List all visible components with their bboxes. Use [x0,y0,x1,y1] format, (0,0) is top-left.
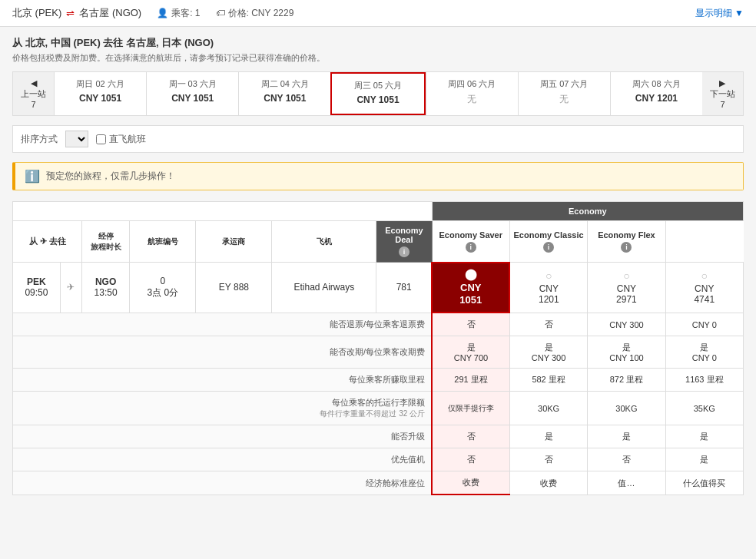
fare-class-economy-saver: Economy Saver i [432,221,509,263]
next-arrow-icon: ▶ [719,78,725,88]
date-price-3: CNY 1051 [337,94,419,105]
detail-val-refund-deal: 否 [432,313,509,336]
detail-label-baggage: 每位乘客的托运行李限额 每件行李重量不得超过 32 公斤 [13,392,433,425]
col-flight-header: 航班编号 [129,221,196,263]
results-table-wrapper: Economy 从 ✈ 去往 经停旅程时长 航班编号 承运商 飞机 Econom… [12,201,744,495]
price-info: 🏷 价格: CNY 2229 [216,7,294,20]
date-cell-2[interactable]: 周二 04 六月 CNY 1051 [238,72,330,115]
fare-class-economy-deal: Economy Deal i [376,221,432,263]
detail-val-upgrade-flex: 是 [665,425,743,448]
filter-bar: 排序方式 直飞航班 [12,125,744,153]
detail-val-change-classic: 是CNY 100 [588,336,665,369]
price-economy-deal-value: CNY1051 [436,282,506,308]
details-link[interactable]: 显示明细 ▼ [695,7,744,20]
fare-class-header-row: 从 ✈ 去往 经停旅程时长 航班编号 承运商 飞机 Economy Deal i… [13,221,744,263]
flight-stops: 0 3点 0分 [129,263,196,313]
flight-number: EY 888 [196,263,272,313]
flight-duration: 3点 0分 [134,286,191,299]
date-cell-0[interactable]: 周日 02 六月 CNY 1051 [54,72,146,115]
radio-unselected-icon-3: ○ [669,270,740,282]
detail-val-upgrade-deal: 否 [432,425,509,448]
radio-selected-icon: ⬤ [436,268,506,280]
direct-flight-checkbox[interactable] [96,134,106,144]
price-economy-classic[interactable]: ○ CNY2971 [588,263,665,313]
route-subtitle: 价格包括税费及附加费。在选择满意的航班后，请参考预订记录已获得准确的价格。 [12,52,744,64]
detail-val-upgrade-classic: 是 [588,425,665,448]
flight-from-time: 09:50 [18,287,55,298]
promo-icon: ℹ️ [25,169,40,184]
detail-val-miles-saver: 582 里程 [509,369,587,392]
detail-val-baggage-deal: 仅限手提行李 [432,392,509,425]
date-price-2: CNY 1051 [244,93,326,104]
pax-icon: 👤 [157,8,168,18]
flight-to-time: 13:50 [87,287,124,298]
flight-arrow: ✈ [60,263,81,313]
col-from-header: 从 ✈ 去往 [13,221,82,263]
next-date-button[interactable]: ▶ 下一站 7 [702,72,743,115]
sort-label: 排序方式 [21,133,58,146]
header-bar: 北京 (PEK) ⇌ 名古屋 (NGO) 👤 乘客: 1 🏷 价格: CNY 2… [0,0,756,27]
detail-label-priority: 优先值机 [13,448,433,471]
detail-val-seat-classic: 值… [588,471,665,495]
flight-to-code: NGO [87,276,124,287]
date-cell-3[interactable]: 周三 05 六月 CNY 1051 [330,72,425,115]
detail-label-upgrade: 能否升级 [13,425,433,448]
route-arrow: ⇌ [66,8,75,19]
col-stops-header: 经停旅程时长 [82,221,130,263]
detail-label-miles: 每位乘客所赚取里程 [13,369,433,392]
date-cell-4[interactable]: 周四 06 六月 无 [426,72,518,115]
economy-flex-info-icon[interactable]: i [621,242,632,253]
flight-to: NGO 13:50 [82,263,130,313]
date-price-6: CNY 1201 [615,93,698,104]
detail-val-priority-deal: 否 [432,448,509,471]
date-cell-5[interactable]: 周五 07 六月 无 [518,72,610,115]
detail-row-priority: 优先值机 否 否 否 是 [13,448,744,471]
detail-val-seat-flex: 什么值得买 [665,471,743,495]
detail-label-refund: 能否退票/每位乘客退票费 [13,313,433,336]
detail-label-seat: 经济舱标准座位 [13,471,433,495]
economy-section-header: Economy [432,202,743,221]
price-economy-deal[interactable]: ⬤ CNY1051 [432,263,509,313]
price-label: 价格: CNY 2229 [228,7,294,20]
date-price-1: CNY 1051 [151,93,234,104]
flight-plane: 781 [376,263,432,313]
next-label: 下一站 [710,88,735,100]
route-title: 从 北京, 中国 (PEK) 去往 名古屋, 日本 (NGO) [12,36,744,50]
pax-label: 乘客: 1 [171,7,200,20]
detail-val-baggage-flex: 35KG [665,392,743,425]
details-link-text: 显示明细 [695,8,732,18]
pax-info: 👤 乘客: 1 [157,7,200,20]
price-economy-flex[interactable]: ○ CNY4741 [665,263,743,313]
fare-class-economy-flex: Economy Flex i [588,221,665,263]
detail-val-seat-deal: 收费 [432,471,509,495]
economy-deal-info-icon[interactable]: i [399,246,410,257]
economy-classic-info-icon[interactable]: i [543,242,554,253]
price-economy-saver[interactable]: ○ CNY1201 [509,263,587,313]
date-cell-1[interactable]: 周一 03 六月 CNY 1051 [146,72,238,115]
detail-val-baggage-classic: 30KG [588,392,665,425]
col-carrier-header: 承运商 [196,221,272,263]
economy-saver-info-icon[interactable]: i [466,242,476,253]
detail-val-seat-saver: 收费 [509,471,587,495]
detail-val-miles-classic: 872 里程 [588,369,665,392]
section-header-row: Economy [13,202,744,221]
detail-label-baggage-sub: 每件行李重量不得超过 32 公斤 [19,408,425,419]
price-economy-saver-value: CNY1201 [513,283,584,305]
date-day-4: 周四 06 六月 [431,78,513,90]
detail-val-miles-flex: 1163 里程 [665,369,743,392]
flight-from: PEK 09:50 [13,263,61,313]
date-day-0: 周日 02 六月 [59,78,141,90]
next-sub: 7 [720,100,724,109]
origin-label: 北京 (PEK) [12,6,61,20]
route-display: 北京 (PEK) ⇌ 名古屋 (NGO) [12,6,141,20]
flight-stops-count: 0 [134,276,191,286]
date-cell-6[interactable]: 周六 08 六月 CNY 1201 [610,72,702,115]
route-info: 从 北京, 中国 (PEK) 去往 名古屋, 日本 (NGO) 价格包括税费及附… [12,36,744,64]
detail-row-change: 能否改期/每位乘客改期费 是CNY 700 是CNY 300 是CNY 100 … [13,336,744,369]
date-day-1: 周一 03 六月 [151,78,234,90]
sort-select[interactable] [65,131,88,147]
date-day-2: 周二 04 六月 [244,78,326,90]
date-price-5: 无 [523,93,605,106]
prev-date-button[interactable]: ◀ 上一站 7 [13,72,54,115]
detail-val-change-deal: 是CNY 700 [432,336,509,369]
